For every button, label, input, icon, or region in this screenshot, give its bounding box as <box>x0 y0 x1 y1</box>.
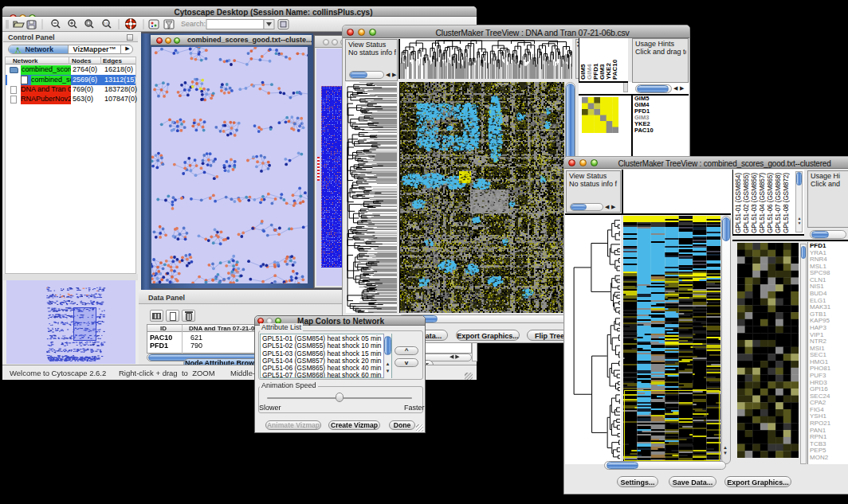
svg-text:Search:: Search: <box>181 20 206 28</box>
svg-text:1:1: 1:1 <box>104 21 108 25</box>
